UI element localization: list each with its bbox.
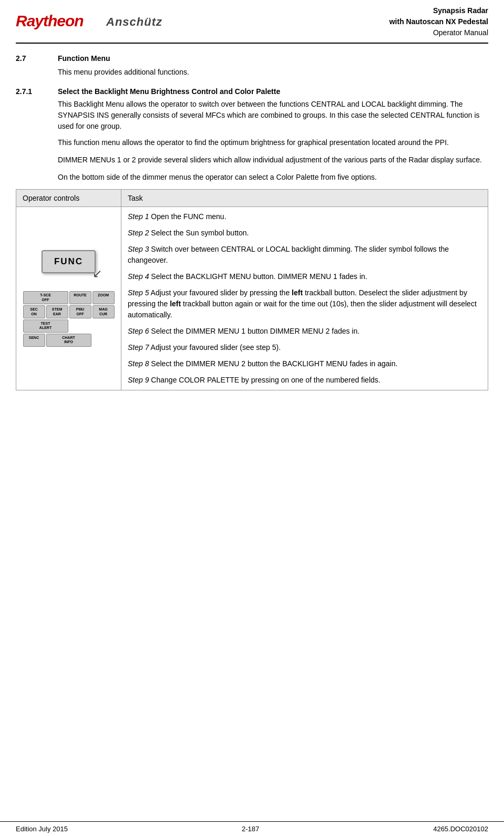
anschutz-logo: Anschütz bbox=[106, 10, 169, 34]
panel-btn-senc: SENC bbox=[23, 334, 45, 347]
step-4: Step 4 Select the BACKLIGHT MENU button.… bbox=[128, 271, 481, 282]
section-2-7-1-para1: This Backlight Menu allows the operator … bbox=[16, 99, 488, 132]
func-button: FUNC bbox=[42, 250, 96, 273]
footer-doc: 4265.DOC020102 bbox=[433, 825, 488, 833]
section-2-7-1-header: 2.7.1 Select the Backlight Menu Brightne… bbox=[16, 87, 488, 96]
section-2-7-1-para3: DIMMER MENUs 1 or 2 provide several slid… bbox=[16, 154, 488, 166]
control-panel: FUNC ↙ T-SCEOFF ROUTE ZOOM bbox=[23, 250, 115, 346]
footer-page: 2-187 bbox=[242, 825, 259, 833]
logo-area: Raytheon Anschütz bbox=[16, 9, 169, 34]
step-1: Step 1 Open the FUNC menu. bbox=[128, 211, 481, 222]
operator-controls-cell: FUNC ↙ T-SCEOFF ROUTE ZOOM bbox=[16, 207, 121, 390]
main-content: 2.7 Function Menu This menu provides add… bbox=[0, 44, 504, 411]
svg-text:Anschütz: Anschütz bbox=[106, 15, 162, 28]
step-8: Step 8 Select the DIMMER MENU 2 button t… bbox=[128, 358, 481, 369]
step-6: Step 6 Select the DIMMER MENU 1 button D… bbox=[128, 326, 481, 337]
section-2-7-header: 2.7 Function Menu bbox=[16, 54, 488, 63]
panel-btn-test: TESTALERT bbox=[23, 319, 68, 333]
step-7: Step 7 Adjust your favoured slider (see … bbox=[128, 342, 481, 353]
step-3: Step 3 Switch over between CENTRAL or LO… bbox=[128, 244, 481, 266]
footer-edition: Edition July 2015 bbox=[16, 825, 68, 833]
section-2-7-1-para4: On the bottom side of the dimmer menus t… bbox=[16, 172, 488, 183]
cursor-icon: ↙ bbox=[92, 267, 102, 281]
table-header-task: Task bbox=[121, 190, 488, 207]
panel-btn-route: ROUTE bbox=[69, 291, 91, 304]
panel-buttons-grid: T-SCEOFF ROUTE ZOOM SECON STEMEAR PMUOFF… bbox=[23, 291, 115, 346]
section-2-7-1-para2: This function menu allows the operator t… bbox=[16, 137, 488, 148]
raytheon-logo: Raytheon bbox=[16, 9, 100, 34]
panel-btn-mag: MAGCUR bbox=[92, 305, 115, 318]
table-row: FUNC ↙ T-SCEOFF ROUTE ZOOM bbox=[16, 207, 488, 390]
header-title: Synapsis Radar with Nautoscan NX Pedesta… bbox=[389, 5, 488, 38]
table-header-controls: Operator controls bbox=[16, 190, 121, 207]
step-5: Step 5 Adjust your favoured slider by pr… bbox=[128, 287, 481, 321]
task-cell: Step 1 Open the FUNC menu. Step 2 Select… bbox=[121, 207, 488, 390]
panel-btn-stem: STEMEAR bbox=[46, 305, 68, 318]
section-2-7-body: This menu provides additional functions. bbox=[16, 67, 488, 78]
panel-btn-sec: SECON bbox=[23, 305, 45, 318]
svg-text:Raytheon: Raytheon bbox=[16, 12, 84, 29]
panel-btn-pmu: PMUOFF bbox=[69, 305, 91, 318]
panel-btn-tsce: T-SCEOFF bbox=[23, 291, 68, 304]
step-2: Step 2 Select the Sun symbol button. bbox=[128, 228, 481, 239]
step-9: Step 9 Change COLOR PALETTE by pressing … bbox=[128, 375, 481, 386]
page-header: Raytheon Anschütz Synapsis Radar with Na… bbox=[0, 0, 504, 38]
panel-btn-zoom: ZOOM bbox=[92, 291, 115, 304]
page-footer: Edition July 2015 2-187 4265.DOC020102 bbox=[0, 821, 504, 836]
panel-btn-chart: CHARTINFO bbox=[46, 334, 91, 347]
operator-controls-table: Operator controls Task FUNC ↙ bbox=[16, 189, 488, 390]
